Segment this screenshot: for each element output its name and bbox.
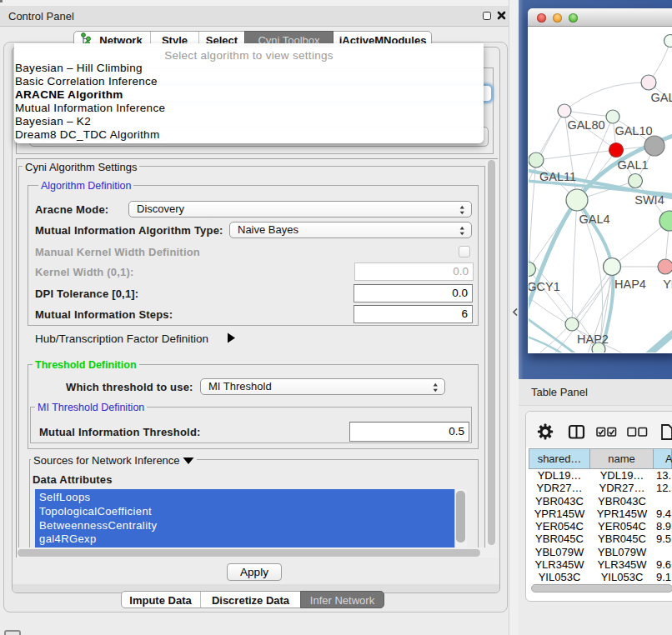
svg-text:HAP4: HAP4	[614, 278, 646, 291]
svg-text:GAL4: GAL4	[579, 212, 609, 226]
svg-text:GAL11: GAL11	[539, 170, 576, 183]
svg-text:GAL80: GAL80	[567, 118, 604, 132]
svg-text:GAL10: GAL10	[614, 124, 652, 138]
svg-text:SWI4: SWI4	[634, 193, 664, 207]
svg-text:GCY1: GCY1	[529, 280, 560, 293]
svg-text:GAL7: GAL7	[650, 91, 672, 104]
svg-text:HAP2: HAP2	[577, 332, 609, 346]
svg-text:GAL1: GAL1	[617, 158, 648, 172]
svg-text:YM: YM	[663, 278, 672, 291]
